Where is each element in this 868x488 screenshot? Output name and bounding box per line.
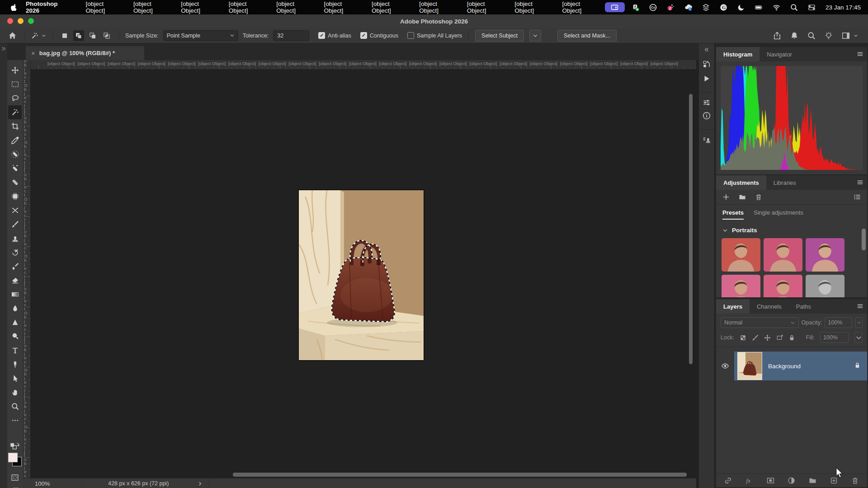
control-center-icon[interactable]: [805, 2, 819, 12]
canvas-area[interactable]: [30, 69, 696, 478]
new-selection-mode-button[interactable]: [59, 30, 70, 41]
layer-effects-button[interactable]: fx: [745, 477, 753, 484]
wifi-icon[interactable]: [770, 2, 783, 12]
crop-tool[interactable]: [7, 119, 23, 133]
new-group-icon[interactable]: [739, 193, 746, 201]
zoom-tool[interactable]: [7, 399, 23, 413]
menubar-item[interactable]: [object Object]: [271, 0, 319, 14]
discover-lightbulb-icon[interactable]: [825, 32, 833, 40]
cloud-sync-icon[interactable]: [682, 2, 695, 12]
quick-mask-button[interactable]: [7, 471, 23, 484]
swap-colors-icon[interactable]: [10, 441, 20, 450]
adjustments-subtab[interactable]: Single adjustments: [754, 209, 803, 220]
menubar-item[interactable]: [object Object]: [414, 0, 462, 14]
presets-section-header[interactable]: Portraits: [716, 222, 867, 237]
document-tab[interactable]: × bag.jpg @ 100% (RGB/8#) *: [26, 46, 144, 60]
delete-layer-button[interactable]: [851, 477, 859, 484]
lock-all-icon[interactable]: [788, 334, 795, 341]
blend-mode-dropdown[interactable]: Normal: [721, 317, 799, 328]
dodge-tool[interactable]: [7, 329, 23, 343]
intersect-selection-mode-button[interactable]: [101, 30, 112, 41]
home-button[interactable]: [6, 30, 18, 42]
list-view-icon[interactable]: [854, 193, 861, 201]
opacity-value[interactable]: 100%: [825, 317, 852, 328]
lasso-tool[interactable]: [7, 91, 23, 105]
notifications-bell-icon[interactable]: [790, 32, 798, 40]
hand-tool[interactable]: [7, 385, 23, 399]
collapse-panels-button[interactable]: [699, 43, 714, 52]
adjustment-preset-thumbnail[interactable]: [764, 238, 802, 272]
screen-mode-button[interactable]: [7, 484, 23, 488]
path-select-tool[interactable]: [7, 371, 23, 385]
creative-cloud-icon[interactable]: Cc: [646, 2, 660, 12]
history-brush-tool[interactable]: [7, 245, 23, 259]
frame-tool[interactable]: [7, 189, 23, 203]
workspace-switcher-icon[interactable]: [842, 32, 850, 40]
lock-pixels-icon[interactable]: [752, 334, 759, 341]
fill-dropdown-button[interactable]: [854, 332, 863, 343]
panel-tab[interactable]: Navigator: [760, 47, 799, 61]
horizontal-ruler[interactable]: [object Object][object Object][object Ob…: [23, 60, 696, 70]
subtract-selection-mode-button[interactable]: [87, 30, 98, 41]
option-checkbox[interactable]: ✓ Anti-alias: [318, 32, 351, 39]
option-checkbox[interactable]: ✓ Sample All Layers: [407, 32, 462, 39]
clone-source-panel-icon[interactable]: [699, 129, 714, 145]
pink-app-icon[interactable]: 2: [664, 2, 678, 12]
g-app-icon[interactable]: G: [717, 2, 731, 12]
panel-menu-button[interactable]: [857, 179, 863, 188]
adjustment-layer-button[interactable]: [788, 477, 795, 484]
screen-capture-icon[interactable]: [605, 2, 625, 12]
chevron-down-icon[interactable]: [854, 33, 858, 38]
panel-tab[interactable]: Histogram: [716, 47, 760, 61]
panel-menu-button[interactable]: [857, 51, 863, 59]
clone-stamp-tool[interactable]: [7, 231, 23, 245]
adjustment-preset-thumbnail[interactable]: [722, 275, 760, 297]
patch-tool[interactable]: [7, 175, 23, 189]
adjustments-subtab[interactable]: Presets: [722, 209, 744, 220]
marquee-tool[interactable]: [7, 77, 23, 91]
panel-menu-button[interactable]: [857, 303, 863, 311]
properties-panel-icon[interactable]: [699, 92, 714, 108]
eyedropper-tool[interactable]: [7, 133, 23, 147]
new-group-button[interactable]: [809, 477, 816, 484]
gradient-tool[interactable]: [7, 287, 23, 301]
healing-brush-tool[interactable]: [7, 161, 23, 175]
actions-panel-icon[interactable]: [699, 71, 714, 86]
verified-person-icon[interactable]: [629, 2, 642, 12]
select-and-mask-button[interactable]: Select and Mask...: [557, 30, 617, 42]
app-menu[interactable]: Photoshop 2026: [26, 0, 72, 14]
delete-icon[interactable]: [755, 193, 762, 201]
menubar-item[interactable]: [object Object]: [81, 0, 128, 14]
blur-tool[interactable]: [7, 301, 23, 315]
layer-visibility-toggle[interactable]: [716, 352, 734, 380]
foreground-color-swatch[interactable]: [8, 453, 18, 462]
magic-wand-tool[interactable]: [8, 105, 22, 119]
vertical-scrollbar[interactable]: [689, 94, 693, 364]
horizontal-scrollbar[interactable]: [233, 473, 687, 477]
move-tool[interactable]: [7, 63, 23, 77]
menubar-item[interactable]: [object Object]: [462, 0, 509, 14]
menubar-item[interactable]: [object Object]: [367, 0, 414, 14]
type-tool[interactable]: [7, 343, 23, 357]
layer-row-background[interactable]: Background: [716, 352, 867, 380]
select-subject-options-button[interactable]: [529, 30, 541, 42]
tolerance-input[interactable]: 32: [273, 30, 309, 41]
stack-icon[interactable]: [699, 2, 713, 12]
panel-tab[interactable]: Layers: [716, 299, 750, 314]
adjustment-preset-thumbnail[interactable]: [806, 275, 844, 297]
spotlight-icon[interactable]: [788, 2, 801, 12]
spot-healing-tool[interactable]: [7, 147, 23, 161]
brush-tool[interactable]: [7, 217, 23, 231]
status-options-button[interactable]: [195, 479, 209, 488]
layer-lock-icon[interactable]: [854, 362, 861, 371]
close-tab-icon[interactable]: ×: [31, 49, 35, 57]
adjustment-preset-thumbnail[interactable]: [764, 275, 802, 297]
info-panel-icon[interactable]: [699, 108, 714, 123]
panel-tab[interactable]: Channels: [750, 299, 789, 314]
adjustment-preset-thumbnail[interactable]: [722, 238, 760, 272]
search-icon[interactable]: [807, 32, 816, 40]
vertical-ruler[interactable]: [object Object][object Object][object Ob…: [23, 60, 31, 479]
select-subject-button[interactable]: Select Subject: [475, 30, 524, 42]
apple-menu-icon[interactable]: [10, 4, 18, 11]
panel-tab[interactable]: Adjustments: [716, 175, 766, 190]
